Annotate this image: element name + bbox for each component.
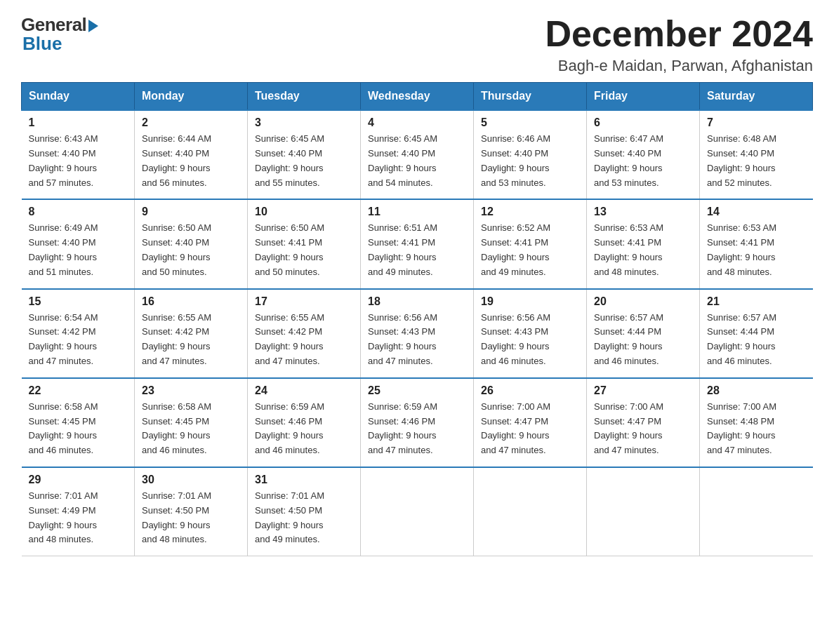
calendar-week-row: 8Sunrise: 6:49 AMSunset: 4:40 PMDaylight…: [22, 199, 813, 288]
day-number: 29: [29, 474, 128, 486]
day-info: Sunrise: 7:00 AMSunset: 4:47 PMDaylight:…: [481, 400, 579, 458]
day-number: 30: [142, 474, 240, 486]
calendar-cell: 18Sunrise: 6:56 AMSunset: 4:43 PMDayligh…: [361, 289, 474, 378]
day-info: Sunrise: 6:45 AMSunset: 4:40 PMDaylight:…: [255, 132, 353, 190]
day-number: 23: [142, 384, 240, 397]
day-info: Sunrise: 7:01 AMSunset: 4:49 PMDaylight:…: [29, 489, 128, 547]
calendar-cell: 26Sunrise: 7:00 AMSunset: 4:47 PMDayligh…: [474, 378, 587, 467]
calendar-week-row: 15Sunrise: 6:54 AMSunset: 4:42 PMDayligh…: [22, 289, 813, 378]
weekday-header-saturday: Saturday: [700, 83, 813, 111]
day-number: 21: [707, 295, 806, 308]
day-number: 7: [707, 116, 806, 129]
calendar-cell: 25Sunrise: 6:59 AMSunset: 4:46 PMDayligh…: [361, 378, 474, 467]
weekday-header-row: SundayMondayTuesdayWednesdayThursdayFrid…: [22, 83, 813, 111]
calendar-cell: [587, 467, 700, 556]
day-number: 25: [368, 384, 466, 397]
calendar-cell: 30Sunrise: 7:01 AMSunset: 4:50 PMDayligh…: [135, 467, 248, 556]
day-info: Sunrise: 6:46 AMSunset: 4:40 PMDaylight:…: [481, 132, 579, 190]
day-number: 26: [481, 384, 579, 397]
weekday-header-monday: Monday: [135, 83, 248, 111]
day-info: Sunrise: 6:50 AMSunset: 4:40 PMDaylight:…: [142, 221, 240, 279]
day-number: 19: [481, 295, 579, 308]
weekday-header-sunday: Sunday: [22, 83, 135, 111]
calendar-cell: 3Sunrise: 6:45 AMSunset: 4:40 PMDaylight…: [248, 110, 361, 199]
day-info: Sunrise: 6:53 AMSunset: 4:41 PMDaylight:…: [594, 221, 692, 279]
day-info: Sunrise: 6:53 AMSunset: 4:41 PMDaylight:…: [707, 221, 806, 279]
calendar-cell: 16Sunrise: 6:55 AMSunset: 4:42 PMDayligh…: [135, 289, 248, 378]
weekday-header-wednesday: Wednesday: [361, 83, 474, 111]
day-info: Sunrise: 6:49 AMSunset: 4:40 PMDaylight:…: [29, 221, 128, 279]
day-info: Sunrise: 6:57 AMSunset: 4:44 PMDaylight:…: [707, 311, 806, 369]
day-number: 1: [29, 116, 128, 129]
logo: General Blue: [21, 14, 98, 55]
day-number: 8: [29, 206, 128, 218]
day-info: Sunrise: 7:00 AMSunset: 4:47 PMDaylight:…: [594, 400, 692, 458]
day-info: Sunrise: 6:52 AMSunset: 4:41 PMDaylight:…: [481, 221, 579, 279]
weekday-header-friday: Friday: [587, 83, 700, 111]
day-number: 4: [368, 116, 466, 129]
calendar-cell: [474, 467, 587, 556]
calendar-cell: 22Sunrise: 6:58 AMSunset: 4:45 PMDayligh…: [22, 378, 135, 467]
day-number: 15: [29, 295, 128, 308]
calendar-cell: 4Sunrise: 6:45 AMSunset: 4:40 PMDaylight…: [361, 110, 474, 199]
day-info: Sunrise: 6:57 AMSunset: 4:44 PMDaylight:…: [594, 311, 692, 369]
day-number: 24: [255, 384, 353, 397]
calendar-cell: 20Sunrise: 6:57 AMSunset: 4:44 PMDayligh…: [587, 289, 700, 378]
calendar-cell: 12Sunrise: 6:52 AMSunset: 4:41 PMDayligh…: [474, 199, 587, 288]
day-info: Sunrise: 6:45 AMSunset: 4:40 PMDaylight:…: [368, 132, 466, 190]
calendar-week-row: 1Sunrise: 6:43 AMSunset: 4:40 PMDaylight…: [22, 110, 813, 199]
day-number: 13: [594, 206, 692, 218]
day-number: 9: [142, 206, 240, 218]
calendar-week-row: 22Sunrise: 6:58 AMSunset: 4:45 PMDayligh…: [22, 378, 813, 467]
logo-blue-text: Blue: [21, 33, 62, 55]
day-number: 5: [481, 116, 579, 129]
day-info: Sunrise: 6:58 AMSunset: 4:45 PMDaylight:…: [29, 400, 128, 458]
calendar-cell: [700, 467, 813, 556]
calendar-cell: 5Sunrise: 6:46 AMSunset: 4:40 PMDaylight…: [474, 110, 587, 199]
day-number: 20: [594, 295, 692, 308]
day-number: 22: [29, 384, 128, 397]
day-info: Sunrise: 6:56 AMSunset: 4:43 PMDaylight:…: [481, 311, 579, 369]
logo-triangle-icon: [88, 20, 98, 32]
calendar-cell: 14Sunrise: 6:53 AMSunset: 4:41 PMDayligh…: [700, 199, 813, 288]
day-number: 12: [481, 206, 579, 218]
day-number: 2: [142, 116, 240, 129]
day-info: Sunrise: 6:47 AMSunset: 4:40 PMDaylight:…: [594, 132, 692, 190]
day-number: 11: [368, 206, 466, 218]
calendar-cell: 17Sunrise: 6:55 AMSunset: 4:42 PMDayligh…: [248, 289, 361, 378]
calendar-cell: 29Sunrise: 7:01 AMSunset: 4:49 PMDayligh…: [22, 467, 135, 556]
day-number: 31: [255, 474, 353, 486]
day-info: Sunrise: 6:58 AMSunset: 4:45 PMDaylight:…: [142, 400, 240, 458]
calendar-cell: [361, 467, 474, 556]
day-number: 28: [707, 384, 806, 397]
day-info: Sunrise: 7:01 AMSunset: 4:50 PMDaylight:…: [255, 489, 353, 547]
calendar-cell: 9Sunrise: 6:50 AMSunset: 4:40 PMDaylight…: [135, 199, 248, 288]
day-info: Sunrise: 6:51 AMSunset: 4:41 PMDaylight:…: [368, 221, 466, 279]
calendar-header: SundayMondayTuesdayWednesdayThursdayFrid…: [22, 83, 813, 111]
day-number: 14: [707, 206, 806, 218]
calendar-cell: 31Sunrise: 7:01 AMSunset: 4:50 PMDayligh…: [248, 467, 361, 556]
day-number: 3: [255, 116, 353, 129]
calendar-cell: 7Sunrise: 6:48 AMSunset: 4:40 PMDaylight…: [700, 110, 813, 199]
day-info: Sunrise: 6:59 AMSunset: 4:46 PMDaylight:…: [368, 400, 466, 458]
calendar-table: SundayMondayTuesdayWednesdayThursdayFrid…: [21, 82, 813, 556]
calendar-cell: 23Sunrise: 6:58 AMSunset: 4:45 PMDayligh…: [135, 378, 248, 467]
day-number: 16: [142, 295, 240, 308]
location-text: Bagh-e Maidan, Parwan, Afghanistan: [545, 57, 813, 75]
weekday-header-thursday: Thursday: [474, 83, 587, 111]
calendar-cell: 8Sunrise: 6:49 AMSunset: 4:40 PMDaylight…: [22, 199, 135, 288]
day-info: Sunrise: 6:56 AMSunset: 4:43 PMDaylight:…: [368, 311, 466, 369]
day-number: 27: [594, 384, 692, 397]
calendar-cell: 19Sunrise: 6:56 AMSunset: 4:43 PMDayligh…: [474, 289, 587, 378]
day-info: Sunrise: 7:00 AMSunset: 4:48 PMDaylight:…: [707, 400, 806, 458]
calendar-cell: 6Sunrise: 6:47 AMSunset: 4:40 PMDaylight…: [587, 110, 700, 199]
calendar-cell: 24Sunrise: 6:59 AMSunset: 4:46 PMDayligh…: [248, 378, 361, 467]
calendar-cell: 21Sunrise: 6:57 AMSunset: 4:44 PMDayligh…: [700, 289, 813, 378]
day-info: Sunrise: 6:55 AMSunset: 4:42 PMDaylight:…: [255, 311, 353, 369]
day-info: Sunrise: 6:48 AMSunset: 4:40 PMDaylight:…: [707, 132, 806, 190]
calendar-cell: 15Sunrise: 6:54 AMSunset: 4:42 PMDayligh…: [22, 289, 135, 378]
calendar-cell: 11Sunrise: 6:51 AMSunset: 4:41 PMDayligh…: [361, 199, 474, 288]
page-header: General Blue December 2024 Bagh-e Maidan…: [21, 14, 813, 75]
day-info: Sunrise: 6:55 AMSunset: 4:42 PMDaylight:…: [142, 311, 240, 369]
day-info: Sunrise: 7:01 AMSunset: 4:50 PMDaylight:…: [142, 489, 240, 547]
